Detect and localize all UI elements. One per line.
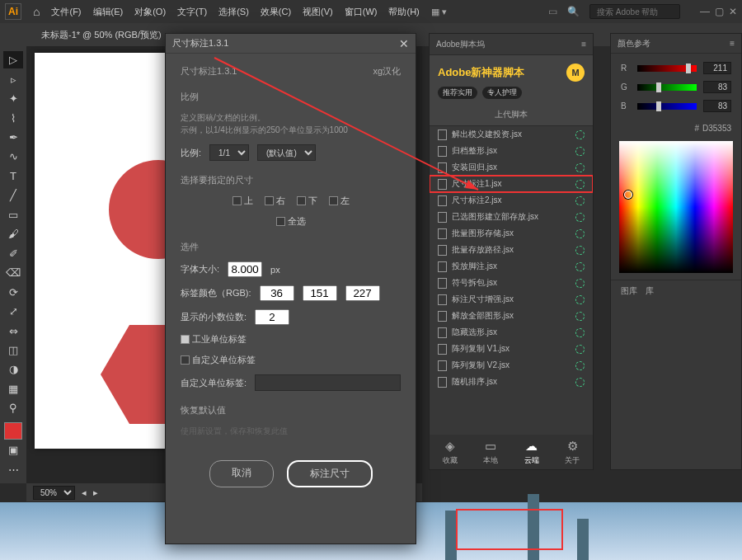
menu-edit[interactable]: 编辑(E) <box>93 6 124 18</box>
arrange-icon[interactable]: ▭ <box>548 6 557 17</box>
script-item[interactable]: 隐藏选形.jsx <box>430 324 593 341</box>
scripts-nav-item[interactable]: ▭本地 <box>483 439 498 466</box>
color-g-input[interactable] <box>303 285 337 301</box>
scale-tool-icon[interactable]: ⤢ <box>3 303 23 320</box>
menu-type[interactable]: 文字(T) <box>177 6 207 18</box>
dialog-close-icon[interactable]: ✕ <box>399 37 409 50</box>
menu-view[interactable]: 视图(V) <box>303 6 333 18</box>
brand-btn-1[interactable]: 推荐实用 <box>438 87 477 99</box>
eraser-tool-icon[interactable]: ⌫ <box>3 264 23 281</box>
decimals-input[interactable] <box>255 309 289 325</box>
download-icon[interactable] <box>575 378 585 387</box>
script-item[interactable]: 符号拆包.jsx <box>430 275 593 291</box>
edit-toolbar-icon[interactable]: ⋯ <box>3 461 23 478</box>
dialog-titlebar[interactable]: 尺寸标注1.3.1 ✕ <box>166 34 416 54</box>
zoom-select[interactable]: 50% <box>33 486 75 500</box>
fill-swatch[interactable] <box>4 422 22 440</box>
hex-value[interactable]: D35353 <box>702 124 731 133</box>
nav-left-icon[interactable]: ◂ <box>82 487 87 498</box>
brush-tool-icon[interactable]: 🖌 <box>3 225 23 242</box>
menu-window[interactable]: 窗口(W) <box>345 6 378 18</box>
menu-file[interactable]: 文件(F) <box>51 6 81 18</box>
eyedropper-tool-icon[interactable]: ⚲ <box>3 399 23 416</box>
ratio-select[interactable]: 1/1 <box>209 144 249 161</box>
script-item[interactable]: 已选图形建立部存放.jsx <box>430 209 593 225</box>
workspace-icon[interactable]: ▦ ▾ <box>431 7 447 17</box>
width-tool-icon[interactable]: ⇔ <box>3 322 23 339</box>
lib-tab-2[interactable]: 库 <box>646 285 654 297</box>
check-custom-unit[interactable]: 自定义单位标签 <box>181 354 401 366</box>
download-icon[interactable] <box>575 213 585 222</box>
g-slider[interactable] <box>637 84 697 91</box>
ratio-default-select[interactable]: (默认值) <box>257 144 316 161</box>
check-all[interactable]: 全选 <box>276 215 306 228</box>
type-tool-icon[interactable]: T <box>3 167 23 185</box>
b-slider[interactable] <box>637 103 697 110</box>
script-item[interactable]: 投放脚注.jsx <box>430 258 593 275</box>
document-tab[interactable]: 未标题-1* @ 50% (RGB/预览) <box>33 26 170 45</box>
download-icon[interactable] <box>575 246 585 255</box>
download-icon[interactable] <box>575 328 585 337</box>
download-icon[interactable] <box>575 361 585 370</box>
color-panel-menu-icon[interactable]: ≡ <box>730 39 735 48</box>
minimize-icon[interactable]: — <box>700 6 710 17</box>
spectrum-cursor-icon[interactable] <box>624 191 632 199</box>
lasso-tool-icon[interactable]: ⌇ <box>3 109 23 126</box>
scripts-nav-item[interactable]: ◈收藏 <box>443 439 458 466</box>
panel-menu-icon[interactable]: ≡ <box>581 40 586 49</box>
nav-right-icon[interactable]: ▸ <box>93 487 98 498</box>
check-industrial[interactable]: 工业单位标签 <box>181 333 401 346</box>
screen-mode-icon[interactable]: ▣ <box>3 441 23 459</box>
brand-btn-2[interactable]: 专人护理 <box>482 87 522 99</box>
home-icon[interactable]: ⌂ <box>33 5 40 18</box>
pen-tool-icon[interactable]: ✒ <box>3 129 23 146</box>
search-input[interactable] <box>589 4 680 19</box>
menu-select[interactable]: 选择(S) <box>218 6 249 18</box>
custom-unit-input[interactable] <box>255 374 401 391</box>
script-item[interactable]: 阵列复制 V2.jsx <box>430 357 593 374</box>
menu-help[interactable]: 帮助(H) <box>388 6 419 18</box>
maximize-icon[interactable]: ▢ <box>715 6 724 17</box>
script-item[interactable]: 归档整形.jsx <box>430 143 593 159</box>
scripts-list[interactable]: 解出模义建投资.jsx归档整形.jsx安装回归.jsx尺寸标注1.jsx尺寸标注… <box>430 126 593 390</box>
script-item[interactable]: 尺寸标注2.jsx <box>430 192 593 209</box>
check-right[interactable]: 右 <box>265 195 285 207</box>
menu-effect[interactable]: 效果(C) <box>261 6 291 18</box>
close-icon[interactable]: ✕ <box>729 6 737 17</box>
download-icon[interactable] <box>575 196 585 205</box>
shaper-tool-icon[interactable]: ✐ <box>3 245 23 262</box>
r-value[interactable]: 211 <box>703 62 731 74</box>
gradient-tool-icon[interactable]: ▦ <box>3 380 23 398</box>
script-item[interactable]: 批量图形存储.jsx <box>430 225 593 242</box>
check-top[interactable]: 上 <box>232 195 253 207</box>
rect-tool-icon[interactable]: ▭ <box>3 206 23 224</box>
script-item[interactable]: 安装回归.jsx <box>430 159 593 176</box>
free-transform-tool-icon[interactable]: ◫ <box>3 341 23 359</box>
script-item[interactable]: 随机排序.jsx <box>430 374 593 390</box>
curvature-tool-icon[interactable]: ∿ <box>3 148 23 165</box>
download-icon[interactable] <box>575 295 585 304</box>
download-icon[interactable] <box>575 147 585 156</box>
download-icon[interactable] <box>575 180 585 189</box>
download-icon[interactable] <box>575 345 585 354</box>
ok-button[interactable]: 标注尺寸 <box>287 460 373 487</box>
script-item[interactable]: 批量存放路径.jsx <box>430 242 593 258</box>
direct-select-tool-icon[interactable]: ▹ <box>3 70 23 87</box>
download-icon[interactable] <box>575 279 585 288</box>
download-icon[interactable] <box>575 262 585 271</box>
lib-tab-1[interactable]: 图库 <box>621 285 637 297</box>
script-item[interactable]: 尺寸标注1.jsx <box>430 176 593 192</box>
scripts-nav-item[interactable]: ⚙关于 <box>565 439 580 466</box>
download-icon[interactable] <box>575 229 585 238</box>
rotate-tool-icon[interactable]: ⟳ <box>3 283 23 300</box>
g-value[interactable]: 83 <box>703 81 731 93</box>
scripts-nav-item[interactable]: ☁云端 <box>524 439 539 466</box>
download-icon[interactable] <box>575 312 585 321</box>
menu-object[interactable]: 对象(O) <box>134 6 166 18</box>
script-item[interactable]: 标注尺寸增强.jsx <box>430 291 593 308</box>
download-icon[interactable] <box>575 130 585 139</box>
color-b-input[interactable] <box>345 285 380 301</box>
cancel-button[interactable]: 取消 <box>209 460 274 487</box>
shape-builder-tool-icon[interactable]: ◑ <box>3 360 23 378</box>
check-bottom[interactable]: 下 <box>297 195 317 207</box>
